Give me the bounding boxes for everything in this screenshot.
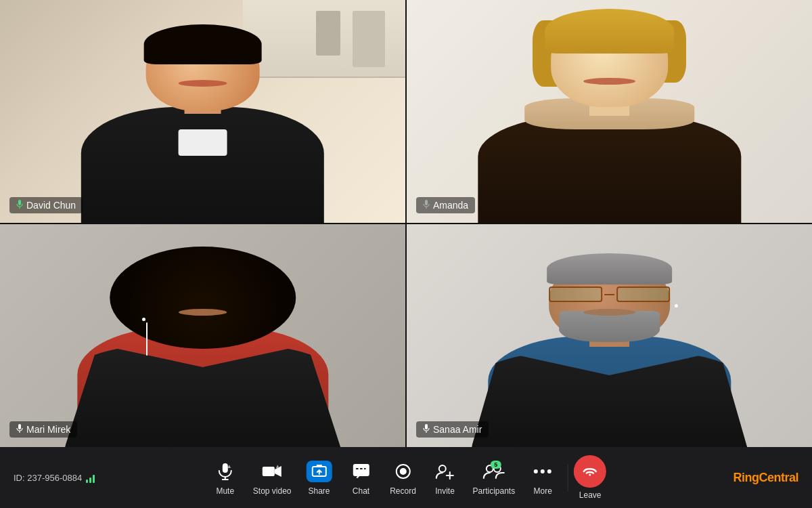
mute-icon-area: ▲ [216, 459, 235, 484]
signal-bar-1 [86, 480, 88, 483]
toolbar-left: ID: 237-956-0884 [14, 472, 122, 483]
toolbar-center: ▲ Mute ▲ Stop video [206, 454, 606, 501]
svg-point-25 [541, 469, 545, 473]
svg-rect-16 [364, 468, 366, 469]
mic-icon-david [16, 200, 23, 211]
video-caret: ▲ [275, 463, 280, 469]
mute-label: Mute [216, 486, 234, 496]
signal-bar-2 [89, 478, 91, 483]
invite-icon-area [435, 459, 455, 484]
record-icon-area [394, 459, 413, 484]
mute-button[interactable]: ▲ Mute [206, 454, 245, 501]
ringcentral-logo: RingCentral [733, 471, 798, 485]
toolbar: ID: 237-956-0884 ▲ Mute [0, 447, 812, 508]
participants-badge: 5 [491, 461, 501, 469]
leave-label: Leave [579, 490, 602, 500]
leave-button[interactable] [574, 455, 606, 488]
svg-rect-4 [18, 424, 21, 429]
chat-icon-area [352, 459, 371, 484]
video-tile-amanda: Amanda [407, 0, 812, 223]
svg-point-19 [439, 465, 446, 472]
video-grid: David Chun [0, 0, 812, 447]
video-tile-mari-mirek: Mari Mirek [0, 224, 405, 447]
leave-icon [583, 466, 597, 477]
share-icon [311, 464, 328, 479]
more-icon-area [533, 459, 552, 484]
record-label: Record [390, 486, 416, 496]
name-label-amanda: Amanda [433, 200, 468, 211]
svg-point-18 [400, 468, 407, 475]
video-tile-david-chun: David Chun [0, 0, 405, 223]
chat-label: Chat [353, 486, 369, 496]
more-button[interactable]: More [523, 454, 562, 501]
mic-icon-sanaa [423, 424, 430, 435]
toolbar-right: RingCentral [704, 471, 798, 485]
mic-icon-amanda [423, 200, 430, 211]
invite-icon [435, 463, 455, 480]
stop-video-label: Stop video [253, 486, 292, 496]
stop-video-icon-area: ▲ [261, 459, 283, 484]
logo-text-accent: Central [759, 471, 798, 484]
invite-button[interactable]: Invite [426, 454, 465, 501]
stop-video-button[interactable]: ▲ Stop video [248, 454, 297, 501]
share-button[interactable]: Share [300, 454, 339, 501]
participants-button[interactable]: 5 Participants [468, 454, 521, 501]
record-icon [394, 462, 413, 481]
name-label-sanaa: Sanaa Amir [433, 424, 482, 435]
name-label-david: David Chun [26, 200, 76, 211]
participants-icon-area: 5 [482, 459, 505, 484]
more-icon [533, 469, 552, 474]
participants-label: Participants [473, 486, 516, 496]
svg-rect-13 [353, 464, 369, 476]
svg-rect-2 [425, 200, 428, 205]
participant-name-amanda: Amanda [416, 197, 475, 213]
participant-name-david-chun: David Chun [9, 197, 83, 213]
more-label: More [534, 486, 552, 496]
share-icon-area [307, 459, 332, 484]
svg-rect-15 [360, 468, 363, 469]
chat-button[interactable]: Chat [342, 454, 381, 501]
name-label-mari: Mari Mirek [26, 424, 70, 435]
invite-label: Invite [435, 486, 455, 496]
mic-icon-mari [16, 424, 23, 435]
svg-point-24 [534, 469, 538, 473]
svg-rect-0 [18, 200, 21, 205]
video-tile-sanaa-amir: Sanaa Amir [407, 224, 812, 447]
svg-rect-6 [425, 424, 428, 429]
chat-icon [352, 463, 371, 480]
participant-name-mari-mirek: Mari Mirek [9, 421, 77, 438]
svg-rect-14 [356, 468, 359, 469]
meeting-id: ID: 237-956-0884 [14, 473, 82, 483]
logo-text: Ring [733, 471, 759, 484]
svg-rect-11 [263, 467, 275, 476]
signal-bars [86, 472, 95, 483]
participant-name-sanaa-amir: Sanaa Amir [416, 421, 489, 438]
toolbar-separator [568, 464, 568, 491]
share-label: Share [308, 486, 330, 496]
svg-point-27 [589, 474, 591, 476]
leave-button-wrapper[interactable]: Leave [574, 455, 606, 500]
svg-point-26 [547, 469, 551, 473]
mute-caret: ▲ [227, 463, 232, 469]
record-button[interactable]: Record [384, 454, 423, 501]
signal-bar-3 [93, 475, 95, 483]
